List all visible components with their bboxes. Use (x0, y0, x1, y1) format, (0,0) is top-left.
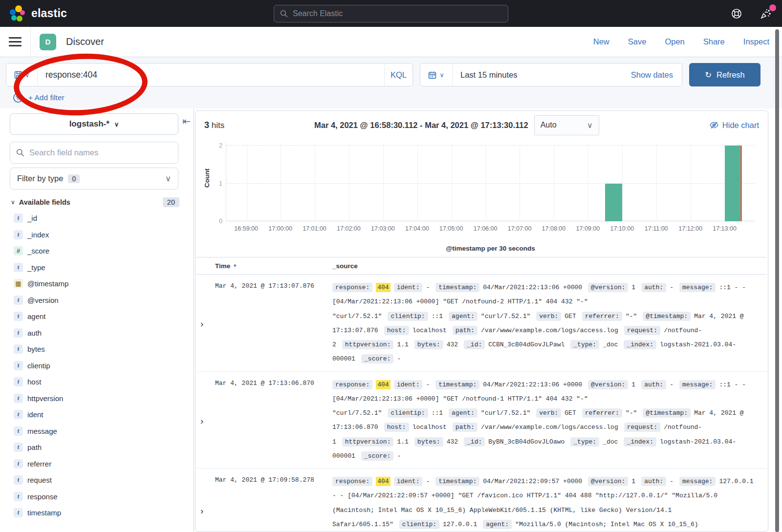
chevron-down-icon: ∨ (165, 174, 171, 183)
field-item-referrer[interactable]: treferrer (10, 456, 184, 472)
field-chip-referrer: referrer: (582, 312, 622, 321)
doc-time: Mar 4, 2021 @ 17:09:58.278 (215, 474, 332, 532)
filter-icon[interactable] (13, 92, 23, 103)
y-tick: 1 (210, 180, 222, 187)
x-tick: 17:12:00 (678, 225, 702, 232)
expand-doc-button[interactable]: › (200, 280, 215, 366)
interval-select[interactable]: Auto ∨ (534, 115, 599, 135)
field-type-string-icon: t (14, 312, 23, 321)
field-item-host[interactable]: thost (10, 374, 184, 390)
x-tick: 17:01:00 (303, 225, 326, 232)
index-pattern-select[interactable]: logstash-* ∨ (10, 113, 178, 135)
open-button[interactable]: Open (665, 37, 684, 46)
field-chip-response: response: (332, 380, 372, 389)
field-item-_type[interactable]: t_type (10, 259, 184, 276)
add-filter-button[interactable]: + Add filter (28, 93, 65, 102)
elastic-brand[interactable]: elastic (10, 5, 274, 22)
time-range-value[interactable]: Last 15 minutes (453, 70, 622, 80)
field-item-httpversion[interactable]: thttpversion (10, 390, 184, 407)
save-button[interactable]: Save (628, 37, 647, 46)
field-value: 404 (376, 283, 390, 292)
x-tick: 17:09:00 (576, 225, 600, 232)
doc-table-body: ›Mar 4, 2021 @ 17:13:07.876response:404i… (196, 275, 767, 532)
field-value: localhost (413, 327, 447, 334)
x-tick: 16:59:00 (234, 225, 258, 232)
field-item-@timestamp[interactable]: ▦@timestamp (10, 276, 184, 292)
field-value: "-" (626, 313, 637, 320)
show-dates-button[interactable]: Show dates (622, 70, 682, 80)
field-search-input[interactable]: Search field names (10, 142, 178, 164)
field-item-_id[interactable]: t_id (10, 210, 184, 227)
date-picker-menu-button[interactable]: ∨ (420, 64, 453, 86)
filter-by-type-select[interactable]: Filter by type 0 ∨ (10, 168, 178, 190)
help-icon[interactable] (730, 7, 743, 20)
field-chip-response: response: (332, 477, 372, 486)
menu-icon[interactable] (9, 37, 22, 46)
new-button[interactable]: New (593, 37, 609, 46)
expand-doc-button[interactable]: › (200, 378, 215, 464)
field-name: _index (27, 231, 49, 239)
field-chip-timestamp: timestamp: (435, 380, 479, 389)
histogram-bar-17:13:00[interactable] (725, 146, 742, 221)
field-chip-request: request: (624, 326, 660, 335)
expand-doc-button[interactable]: › (200, 474, 215, 532)
field-value: - (670, 284, 673, 291)
doc-source: response:404ident:-timestamp:04/Mar/2021… (332, 378, 765, 464)
field-value: localhost (413, 424, 447, 431)
field-sidebar: logstash-* ∨ ⇤ Search field names Filter… (0, 108, 194, 532)
collapse-sidebar-icon[interactable]: ⇤ (182, 115, 191, 127)
field-value: CCBN_3cB04dGovJLPawl (488, 341, 565, 348)
inspect-button[interactable]: Inspect (743, 37, 769, 46)
discover-app-badge[interactable]: D (40, 34, 56, 50)
field-item-path[interactable]: tpath (10, 439, 184, 456)
doc-time: Mar 4, 2021 @ 17:13:06.870 (215, 378, 332, 464)
field-type-string-icon: t (14, 475, 23, 485)
field-type-string-icon: t (14, 394, 23, 403)
field-item-auth[interactable]: tauth (10, 325, 184, 341)
vertical-scrollbar[interactable] (775, 29, 779, 532)
field-item-response[interactable]: tresponse (10, 489, 184, 505)
field-chip-path: path: (453, 326, 478, 335)
field-item-message[interactable]: tmessage (10, 423, 184, 440)
field-chip-clientip: clientip: (388, 312, 428, 321)
x-tick: 17:04:00 (405, 225, 429, 232)
chart-plot-area[interactable]: 012 (226, 142, 755, 221)
field-item-@version[interactable]: t@version (10, 292, 184, 309)
global-search-input[interactable]: Search Elastic (274, 5, 508, 22)
app-bar: D Discover New Save Open Share Inspect (0, 27, 782, 57)
field-item-timestamp[interactable]: ttimestamp (10, 505, 184, 521)
hide-chart-button[interactable]: Hide chart (710, 121, 759, 130)
histogram-bar-17:09:30[interactable] (605, 184, 622, 222)
field-chip-timestamp: timestamp: (435, 283, 479, 292)
field-chip-bytes: bytes: (414, 340, 443, 349)
field-item-agent[interactable]: tagent (10, 308, 184, 325)
query-input[interactable]: response:404 (38, 64, 384, 86)
field-item-clientip[interactable]: tclientip (10, 358, 184, 374)
field-name: ident (27, 410, 43, 419)
field-item-request[interactable]: trequest (10, 472, 184, 489)
chart-time-range: Mar 4, 2021 @ 16:58:30.112 - Mar 4, 2021… (314, 121, 528, 130)
field-item-_score[interactable]: #_score (10, 243, 184, 259)
field-name: agent (27, 312, 46, 320)
celebration-icon[interactable] (760, 7, 772, 20)
field-value: GET (565, 313, 576, 320)
field-item-bytes[interactable]: tbytes (10, 341, 184, 358)
field-chip-message: message: (679, 283, 716, 292)
field-chip-@version: @version: (588, 283, 628, 292)
field-chip-host: host: (384, 423, 409, 432)
share-button[interactable]: Share (703, 37, 725, 46)
query-bar: ∨ response:404 KQL ∨ Last 15 minutes Sho… (0, 57, 782, 108)
x-axis-title: @timestamp per 30 seconds (226, 245, 755, 252)
field-item-ident[interactable]: tident (10, 406, 184, 423)
refresh-button[interactable]: ↻ Refresh (689, 63, 760, 86)
kql-language-button[interactable]: KQL (384, 64, 413, 86)
field-list: t_idt_index#_scoret_type▦@timestampt@ver… (10, 210, 184, 521)
field-value: "curl/7.52.1" (481, 409, 530, 417)
field-chip-ident: ident: (394, 477, 423, 486)
field-value: 127.0.0.1 (443, 521, 477, 528)
field-item-_index[interactable]: t_index (10, 227, 184, 243)
saved-query-menu-button[interactable]: ∨ (6, 64, 38, 86)
field-search-placeholder: Search field names (29, 148, 98, 157)
available-fields-header[interactable]: ∨ Available fields 20 (11, 197, 179, 207)
time-column-header[interactable]: Time ▼ (215, 262, 332, 270)
